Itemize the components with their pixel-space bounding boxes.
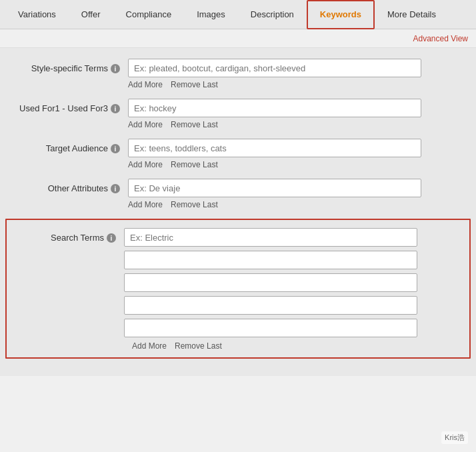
main-content: Style-specific Terms i Add More Remove L…	[0, 48, 476, 376]
style-terms-field-group: Add More Remove Last	[128, 59, 468, 89]
target-audience-info-icon[interactable]: i	[111, 144, 120, 153]
used-for-add-more[interactable]: Add More	[128, 120, 163, 129]
tab-variations[interactable]: Variations	[5, 0, 69, 29]
other-attributes-links: Add More Remove Last	[128, 200, 468, 209]
used-for-field-group: Add More Remove Last	[128, 99, 468, 129]
other-attributes-add-more[interactable]: Add More	[128, 200, 163, 209]
style-terms-input[interactable]	[128, 59, 421, 77]
other-attributes-input[interactable]	[128, 179, 421, 197]
tab-compliance[interactable]: Compliance	[113, 0, 185, 29]
tab-description[interactable]: Description	[238, 0, 307, 29]
target-audience-label: Target Audience i	[8, 139, 128, 153]
style-terms-links: Add More Remove Last	[128, 80, 468, 89]
style-terms-remove-last[interactable]: Remove Last	[171, 80, 218, 89]
style-terms-row: Style-specific Terms i Add More Remove L…	[0, 59, 476, 89]
used-for-row: Used For1 - Used For3 i Add More Remove …	[0, 99, 476, 129]
used-for-info-icon[interactable]: i	[111, 104, 120, 113]
tab-more-details[interactable]: More Details	[375, 0, 449, 29]
target-audience-input[interactable]	[128, 139, 421, 157]
other-attributes-field-group: Add More Remove Last	[128, 179, 468, 209]
other-attributes-row: Other Attributes i Add More Remove Last	[0, 179, 476, 209]
style-terms-add-more[interactable]: Add More	[128, 80, 163, 89]
search-terms-input-2[interactable]	[124, 251, 417, 269]
tab-bar: Variations Offer Compliance Images Descr…	[0, 0, 476, 29]
other-attributes-label: Other Attributes i	[8, 179, 128, 193]
advanced-view-link[interactable]: Advanced View	[413, 34, 469, 43]
tab-images[interactable]: Images	[184, 0, 238, 29]
used-for-input[interactable]	[128, 99, 421, 117]
search-terms-input-5[interactable]	[124, 319, 417, 337]
style-terms-label: Style-specific Terms i	[8, 59, 128, 73]
search-terms-input-4[interactable]	[124, 296, 417, 315]
target-audience-remove-last[interactable]: Remove Last	[171, 160, 218, 169]
search-terms-inner: Search Terms i	[12, 228, 464, 337]
search-terms-input-3[interactable]	[124, 273, 417, 292]
other-attributes-remove-last[interactable]: Remove Last	[171, 200, 218, 209]
other-attributes-info-icon[interactable]: i	[111, 184, 120, 193]
search-terms-link-row: Add More Remove Last	[12, 341, 464, 351]
search-terms-info-icon[interactable]: i	[107, 233, 116, 243]
target-audience-field-group: Add More Remove Last	[128, 139, 468, 169]
search-terms-label: Search Terms i	[12, 228, 124, 243]
watermark: Kris浩	[441, 431, 468, 444]
target-audience-row: Target Audience i Add More Remove Last	[0, 139, 476, 169]
search-terms-input-1[interactable]	[124, 228, 417, 247]
target-audience-links: Add More Remove Last	[128, 160, 468, 169]
used-for-remove-last[interactable]: Remove Last	[171, 120, 218, 129]
search-terms-remove-last[interactable]: Remove Last	[175, 341, 222, 351]
advanced-view-bar: Advanced View	[0, 29, 476, 48]
tab-offer[interactable]: Offer	[69, 0, 113, 29]
used-for-links: Add More Remove Last	[128, 120, 468, 129]
tab-keywords[interactable]: Keywords	[307, 0, 375, 29]
search-terms-section: Search Terms i Add More Remove Last	[5, 219, 471, 359]
target-audience-add-more[interactable]: Add More	[128, 160, 163, 169]
search-terms-fields	[124, 228, 464, 337]
used-for-label: Used For1 - Used For3 i	[8, 99, 128, 113]
search-terms-add-more[interactable]: Add More	[132, 341, 167, 351]
style-terms-info-icon[interactable]: i	[111, 64, 120, 73]
